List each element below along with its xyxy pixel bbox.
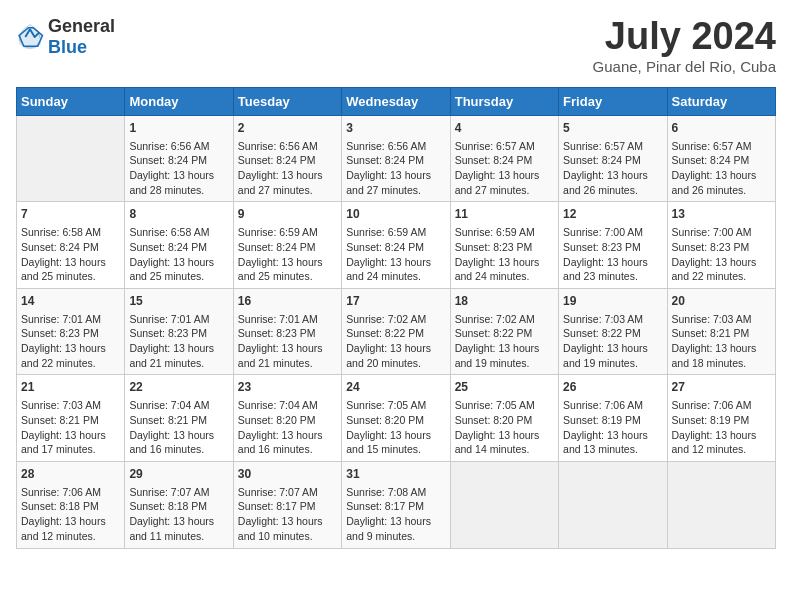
calendar-header-row: SundayMondayTuesdayWednesdayThursdayFrid… [17,87,776,115]
day-info: Sunset: 8:21 PM [21,413,120,428]
day-info: Sunrise: 7:07 AM [129,485,228,500]
day-info: Daylight: 13 hours and 20 minutes. [346,341,445,370]
day-number: 14 [21,293,120,310]
calendar-cell: 5Sunrise: 6:57 AMSunset: 8:24 PMDaylight… [559,115,667,202]
day-number: 7 [21,206,120,223]
day-info: Daylight: 13 hours and 18 minutes. [672,341,771,370]
day-number: 13 [672,206,771,223]
calendar-cell: 29Sunrise: 7:07 AMSunset: 8:18 PMDayligh… [125,461,233,548]
calendar-cell: 7Sunrise: 6:58 AMSunset: 8:24 PMDaylight… [17,202,125,289]
subtitle: Guane, Pinar del Rio, Cuba [593,58,776,75]
day-info: Sunset: 8:24 PM [129,153,228,168]
title-block: July 2024 Guane, Pinar del Rio, Cuba [593,16,776,75]
day-info: Daylight: 13 hours and 26 minutes. [672,168,771,197]
day-info: Sunrise: 7:01 AM [21,312,120,327]
day-of-week-header: Monday [125,87,233,115]
calendar-cell: 17Sunrise: 7:02 AMSunset: 8:22 PMDayligh… [342,288,450,375]
calendar-cell: 10Sunrise: 6:59 AMSunset: 8:24 PMDayligh… [342,202,450,289]
day-info: Daylight: 13 hours and 27 minutes. [455,168,554,197]
day-info: Sunrise: 7:03 AM [672,312,771,327]
calendar-cell: 8Sunrise: 6:58 AMSunset: 8:24 PMDaylight… [125,202,233,289]
day-info: Daylight: 13 hours and 21 minutes. [129,341,228,370]
day-info: Sunset: 8:24 PM [238,153,337,168]
day-info: Daylight: 13 hours and 19 minutes. [455,341,554,370]
day-of-week-header: Saturday [667,87,775,115]
day-info: Daylight: 13 hours and 11 minutes. [129,514,228,543]
day-info: Sunrise: 6:59 AM [455,225,554,240]
day-info: Sunset: 8:23 PM [455,240,554,255]
day-info: Sunrise: 7:03 AM [21,398,120,413]
day-info: Daylight: 13 hours and 16 minutes. [129,428,228,457]
day-info: Sunrise: 7:02 AM [346,312,445,327]
day-info: Sunrise: 7:01 AM [129,312,228,327]
day-info: Sunrise: 7:00 AM [563,225,662,240]
day-info: Sunrise: 7:06 AM [563,398,662,413]
day-number: 26 [563,379,662,396]
day-info: Sunrise: 6:57 AM [455,139,554,154]
day-of-week-header: Tuesday [233,87,341,115]
day-info: Sunset: 8:24 PM [672,153,771,168]
day-info: Sunrise: 6:59 AM [238,225,337,240]
day-info: Sunrise: 7:06 AM [672,398,771,413]
calendar-cell: 1Sunrise: 6:56 AMSunset: 8:24 PMDaylight… [125,115,233,202]
day-number: 22 [129,379,228,396]
day-info: Sunrise: 7:04 AM [238,398,337,413]
day-info: Daylight: 13 hours and 12 minutes. [21,514,120,543]
calendar-cell: 4Sunrise: 6:57 AMSunset: 8:24 PMDaylight… [450,115,558,202]
calendar-week-row: 14Sunrise: 7:01 AMSunset: 8:23 PMDayligh… [17,288,776,375]
day-number: 10 [346,206,445,223]
day-info: Daylight: 13 hours and 10 minutes. [238,514,337,543]
day-info: Sunset: 8:18 PM [21,499,120,514]
day-info: Sunset: 8:20 PM [238,413,337,428]
day-info: Sunset: 8:23 PM [672,240,771,255]
day-info: Daylight: 13 hours and 19 minutes. [563,341,662,370]
day-info: Sunset: 8:19 PM [563,413,662,428]
day-info: Sunset: 8:20 PM [346,413,445,428]
day-number: 23 [238,379,337,396]
day-info: Daylight: 13 hours and 13 minutes. [563,428,662,457]
day-info: Sunset: 8:24 PM [238,240,337,255]
day-info: Daylight: 13 hours and 16 minutes. [238,428,337,457]
calendar-cell: 26Sunrise: 7:06 AMSunset: 8:19 PMDayligh… [559,375,667,462]
day-number: 3 [346,120,445,137]
day-info: Sunset: 8:17 PM [238,499,337,514]
day-info: Sunrise: 7:03 AM [563,312,662,327]
calendar-cell: 22Sunrise: 7:04 AMSunset: 8:21 PMDayligh… [125,375,233,462]
calendar-table: SundayMondayTuesdayWednesdayThursdayFrid… [16,87,776,549]
calendar-cell: 30Sunrise: 7:07 AMSunset: 8:17 PMDayligh… [233,461,341,548]
day-number: 20 [672,293,771,310]
day-info: Sunset: 8:24 PM [455,153,554,168]
calendar-cell: 23Sunrise: 7:04 AMSunset: 8:20 PMDayligh… [233,375,341,462]
day-info: Daylight: 13 hours and 25 minutes. [129,255,228,284]
day-info: Sunset: 8:24 PM [563,153,662,168]
day-info: Daylight: 13 hours and 27 minutes. [346,168,445,197]
calendar-cell: 27Sunrise: 7:06 AMSunset: 8:19 PMDayligh… [667,375,775,462]
calendar-cell: 16Sunrise: 7:01 AMSunset: 8:23 PMDayligh… [233,288,341,375]
day-info: Daylight: 13 hours and 12 minutes. [672,428,771,457]
calendar-cell: 18Sunrise: 7:02 AMSunset: 8:22 PMDayligh… [450,288,558,375]
calendar-cell: 2Sunrise: 6:56 AMSunset: 8:24 PMDaylight… [233,115,341,202]
day-info: Sunrise: 6:59 AM [346,225,445,240]
day-info: Sunset: 8:23 PM [238,326,337,341]
calendar-cell [17,115,125,202]
calendar-cell: 24Sunrise: 7:05 AMSunset: 8:20 PMDayligh… [342,375,450,462]
day-info: Sunset: 8:22 PM [455,326,554,341]
day-number: 27 [672,379,771,396]
day-number: 29 [129,466,228,483]
day-number: 21 [21,379,120,396]
day-number: 24 [346,379,445,396]
day-info: Sunset: 8:24 PM [129,240,228,255]
day-number: 19 [563,293,662,310]
day-info: Sunrise: 7:04 AM [129,398,228,413]
day-info: Daylight: 13 hours and 22 minutes. [21,341,120,370]
main-title: July 2024 [593,16,776,58]
calendar-cell: 25Sunrise: 7:05 AMSunset: 8:20 PMDayligh… [450,375,558,462]
calendar-cell [450,461,558,548]
day-info: Sunset: 8:24 PM [346,240,445,255]
day-info: Sunrise: 7:00 AM [672,225,771,240]
calendar-cell [667,461,775,548]
day-info: Sunrise: 7:01 AM [238,312,337,327]
day-info: Daylight: 13 hours and 22 minutes. [672,255,771,284]
day-number: 2 [238,120,337,137]
calendar-cell: 28Sunrise: 7:06 AMSunset: 8:18 PMDayligh… [17,461,125,548]
